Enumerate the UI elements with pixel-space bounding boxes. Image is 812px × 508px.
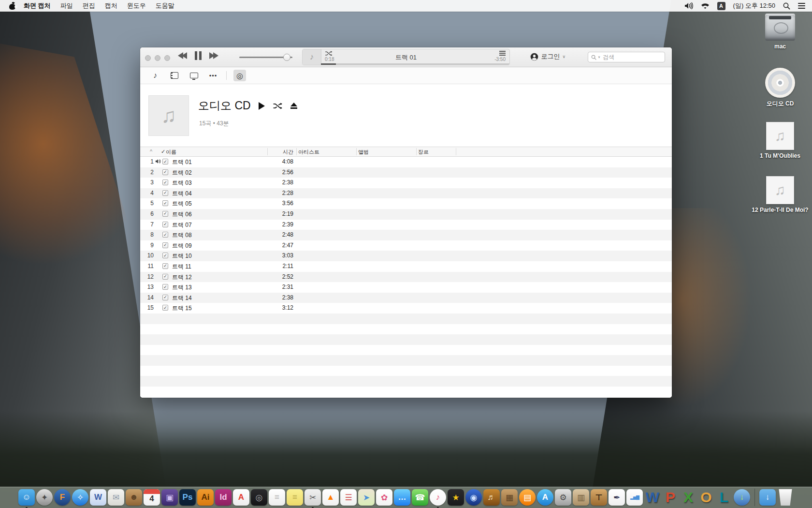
column-divider[interactable]	[356, 148, 357, 155]
dock-vlc-icon[interactable]: ▲	[322, 489, 339, 506]
dock-garageband-icon[interactable]: ♬	[483, 489, 500, 506]
dock-ms-lync-icon[interactable]: L	[716, 489, 732, 506]
dock-safari-icon[interactable]: ✧	[72, 489, 88, 506]
app-menu[interactable]: 화면 캡처	[24, 1, 51, 10]
track-row[interactable]: 5✓트랙 053:56	[140, 198, 672, 209]
previous-button[interactable]	[178, 52, 187, 59]
notification-center-icon[interactable]	[798, 3, 805, 9]
input-source-icon[interactable]: A	[717, 2, 725, 10]
track-row[interactable]: 13✓트랙 132:31	[140, 282, 672, 293]
column-divider[interactable]	[296, 148, 297, 155]
column-checked[interactable]: ✓	[161, 149, 165, 155]
dock-trash-icon[interactable]	[777, 489, 794, 506]
dock-textedit-icon[interactable]: ≡	[269, 489, 285, 506]
movies-tab-icon[interactable]	[168, 70, 181, 81]
login-button[interactable]: 로그인 ∨	[530, 52, 566, 61]
track-row[interactable]: 4✓트랙 042:28	[140, 188, 672, 199]
dock-pages-icon[interactable]: ✒	[609, 489, 625, 506]
dock-reminders-icon[interactable]: ☰	[340, 489, 357, 506]
dock-w-blue-app-icon[interactable]: W	[90, 489, 106, 506]
track-row[interactable]: 1✓트랙 014:08	[140, 157, 672, 167]
track-checkbox[interactable]: ✓	[162, 284, 168, 290]
dock-photo-box-icon[interactable]: ▦	[501, 489, 518, 506]
zoom-button[interactable]	[164, 55, 170, 61]
tv-shows-tab-icon[interactable]	[188, 70, 200, 81]
desktop-icon-music-file[interactable]: ♫1 Tu M'Oublies	[751, 122, 809, 160]
track-checkbox[interactable]: ✓	[162, 253, 168, 258]
column-album[interactable]: 앨범	[358, 149, 369, 156]
dock-launchpad-icon[interactable]: ✦	[36, 489, 53, 506]
pause-button[interactable]	[195, 51, 202, 60]
search-field[interactable]: ∨	[588, 52, 665, 62]
dock-toast-icon[interactable]: ▣	[161, 489, 178, 506]
dock-mail-icon[interactable]: ✉	[108, 489, 124, 506]
track-checkbox[interactable]: ✓	[162, 200, 168, 206]
dock-contacts-icon[interactable]: ☻	[126, 489, 142, 506]
track-checkbox[interactable]: ✓	[162, 169, 168, 175]
column-divider[interactable]	[416, 148, 417, 155]
dock-indesign-icon[interactable]: Id	[215, 489, 232, 506]
volume-slider[interactable]	[239, 57, 292, 58]
dock-stickies-icon[interactable]: ≡	[287, 489, 303, 506]
dock-photos-icon[interactable]: ✿	[376, 489, 392, 506]
dock-ms-outlook-icon[interactable]: O	[698, 489, 714, 506]
menu-clock[interactable]: (일) 오후 12:50	[733, 1, 775, 10]
play-album-button[interactable]	[259, 102, 265, 110]
menu-item-윈도우[interactable]: 윈도우	[127, 2, 146, 9]
track-row[interactable]: 15✓트랙 153:12	[140, 303, 672, 314]
dock-downloads-folder-icon[interactable]: ↓	[759, 489, 776, 506]
search-scope-chevron-icon[interactable]: ∨	[598, 55, 600, 59]
dock-ms-excel-icon[interactable]: X	[680, 489, 696, 506]
dock-keynote-icon[interactable]: ⊤	[591, 489, 607, 506]
track-checkbox[interactable]: ✓	[162, 305, 168, 311]
track-row[interactable]: 7✓트랙 072:39	[140, 220, 672, 230]
dock-ms-powerpoint-icon[interactable]: P	[662, 489, 679, 506]
sort-indicator[interactable]: ^	[150, 149, 152, 154]
apple-menu-icon[interactable]	[9, 2, 16, 10]
track-checkbox[interactable]: ✓	[162, 242, 168, 248]
dock-installer-app-icon[interactable]: ▥	[573, 489, 589, 506]
dock-firefox-icon[interactable]: F	[54, 489, 71, 506]
desktop-icon-music-file[interactable]: ♫12 Parle-T-Il De Moi?	[751, 176, 809, 214]
audio-cd-tab-icon[interactable]: ◎	[233, 70, 246, 81]
track-checkbox[interactable]: ✓	[162, 232, 168, 238]
dock-calendar-icon[interactable]: 4	[144, 489, 160, 506]
dock-app-store-icon[interactable]: A	[537, 489, 553, 506]
track-row[interactable]: 3✓트랙 032:38	[140, 178, 672, 188]
dock-downloader-app-icon[interactable]: ↓	[734, 489, 750, 506]
desktop-icon-cd[interactable]: 오디오 CD	[751, 68, 809, 107]
more-media-icon[interactable]: •••	[207, 70, 219, 81]
track-checkbox[interactable]: ✓	[162, 159, 168, 164]
track-row[interactable]: 10✓트랙 103:03	[140, 251, 672, 261]
dock-black-disc-app-icon[interactable]: ◎	[251, 489, 267, 506]
close-button[interactable]	[145, 55, 151, 61]
volume-icon[interactable]	[684, 2, 693, 9]
column-artist[interactable]: 아티스트	[298, 149, 319, 156]
up-next-icon[interactable]	[499, 51, 506, 56]
track-checkbox[interactable]: ✓	[162, 295, 168, 300]
dock-acrobat-icon[interactable]: A	[233, 489, 249, 506]
menu-item-파일[interactable]: 파일	[60, 2, 73, 9]
dock-screenshot-app-icon[interactable]: ✂	[304, 489, 321, 506]
dock-ms-word-icon[interactable]: W	[644, 489, 661, 506]
dock-facetime-icon[interactable]: ☎	[412, 489, 428, 506]
dock-ibooks-icon[interactable]: ▤	[519, 489, 536, 506]
music-tab-icon[interactable]: ♪	[149, 70, 161, 81]
minimize-button[interactable]	[155, 55, 160, 61]
track-checkbox[interactable]: ✓	[162, 222, 168, 227]
dock-maps-icon[interactable]: ➤	[358, 489, 375, 506]
dock-finder-icon[interactable]: ☺	[18, 489, 35, 506]
shuffle-album-button[interactable]	[273, 103, 283, 109]
eject-button[interactable]	[290, 103, 297, 109]
track-row[interactable]: 2✓트랙 022:56	[140, 167, 672, 178]
dock-illustrator-icon[interactable]: Ai	[197, 489, 214, 506]
progress-bar[interactable]	[321, 63, 509, 65]
column-name[interactable]: 이름	[166, 149, 176, 156]
column-divider[interactable]	[267, 148, 268, 155]
dock-imovie-icon[interactable]: ★	[448, 489, 464, 506]
dock-dvd-player-icon[interactable]: ◉	[465, 489, 482, 506]
spotlight-icon[interactable]	[783, 2, 790, 10]
menu-item-도움말[interactable]: 도움말	[156, 2, 174, 9]
dock-numbers-icon[interactable]: ▂▅▇	[626, 489, 643, 506]
dock-messages-icon[interactable]: …	[394, 489, 410, 506]
